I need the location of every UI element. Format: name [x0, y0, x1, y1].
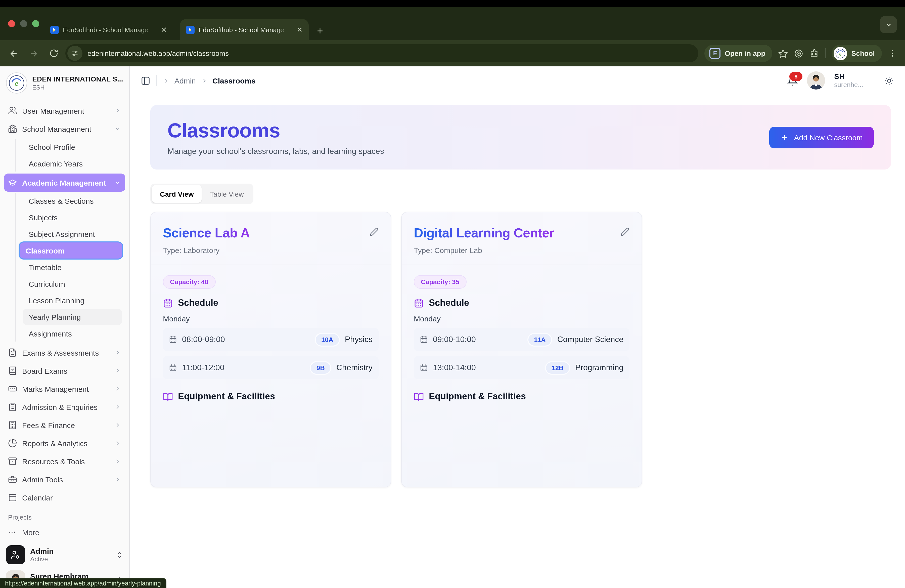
screen: EduSofthub - School Manage ✕ EduSofthub … [0, 0, 905, 588]
edit-pencil-icon[interactable] [621, 227, 629, 237]
status-link-url: https://edeninternational.web.app/admin/… [5, 580, 161, 587]
sidebar-item-resources-tools[interactable]: Resources & Tools [4, 452, 125, 470]
status-link-tooltip: https://edeninternational.web.app/admin/… [0, 578, 167, 588]
tab-close-icon[interactable]: ✕ [161, 25, 167, 34]
svg-text:e: e [839, 51, 841, 57]
chevron-right-icon [114, 404, 121, 410]
calendar-icon [163, 298, 173, 308]
calculator-icon [8, 421, 17, 429]
breadcrumb-admin[interactable]: Admin [175, 76, 196, 85]
sidebar-item-user-management[interactable]: User Management [4, 102, 125, 120]
extensions-puzzle-icon[interactable] [810, 49, 819, 58]
forward-button[interactable] [25, 45, 42, 62]
sidebar-item-board-exams[interactable]: Board Exams [4, 362, 125, 380]
sidebar-item-assignments[interactable]: Assignments [23, 326, 122, 342]
sidebar-item-subject-assignment[interactable]: Subject Assignment [23, 226, 122, 242]
sidebar-item-calendar[interactable]: Calendar [4, 488, 125, 507]
sidebar-toggle-icon[interactable] [141, 76, 150, 85]
sidebar-item-yearly-planning[interactable]: Yearly Planning [23, 309, 122, 325]
page-title: Classrooms [167, 119, 384, 141]
chevron-right-icon [201, 77, 207, 84]
main-area: Admin Classrooms 8 SH surenhe... [130, 67, 905, 588]
sidebar-item-exams-assessments[interactable]: Exams & Assessments [4, 343, 125, 362]
edit-pencil-icon[interactable] [370, 227, 379, 237]
sidebar-item-academic-management[interactable]: Academic Management [4, 173, 125, 192]
tab-search-button[interactable] [880, 16, 897, 33]
address-bar[interactable]: edeninternational.web.app/admin/classroo… [65, 44, 699, 62]
school-header[interactable]: e EDEN INTERNATIONAL S... ESH [0, 67, 129, 99]
bookmark-star-icon[interactable] [778, 49, 788, 58]
slot-time: 08:00-09:00 [182, 335, 315, 344]
window-minimize-button[interactable] [20, 20, 27, 27]
schedule-day: Monday [414, 315, 629, 323]
window-zoom-button[interactable] [32, 20, 39, 27]
reload-button[interactable] [45, 45, 62, 62]
sidebar-item-admission-enquiries[interactable]: Admission & Enquiries [4, 398, 125, 416]
sidebar-item-school-profile[interactable]: School Profile [23, 139, 122, 155]
school-short-name: ESH [32, 84, 123, 91]
sidebar-menu: User Management School Management School… [0, 99, 129, 540]
tab-title: EduSofthub - School Manage [63, 26, 157, 33]
sidebar-item-classroom-active[interactable]: Classroom [20, 242, 122, 259]
window-close-button[interactable] [8, 20, 15, 27]
notification-badge: 8 [789, 72, 802, 81]
classroom-card-digital-learning-center: Digital Learning Center Type: Computer L… [401, 212, 642, 488]
sidebar-item-admin-tools[interactable]: Admin Tools [4, 470, 125, 488]
tab-card-view[interactable]: Card View [152, 185, 202, 203]
browser-tab-bar: EduSofthub - School Manage ✕ EduSofthub … [0, 7, 905, 40]
slot-subject: Computer Science [557, 335, 624, 344]
browser-tab-1[interactable]: EduSofthub - School Manage ✕ [44, 19, 173, 40]
slot-time: 09:00-10:00 [433, 335, 527, 344]
page-subtitle: Manage your school's classrooms, labs, a… [167, 147, 384, 156]
sidebar-item-classes-sections[interactable]: Classes & Sections [23, 193, 122, 209]
browser-menu-kebab-icon[interactable] [888, 49, 897, 58]
projects-label: Projects [0, 507, 129, 524]
sidebar-item-timetable[interactable]: Timetable [23, 259, 122, 275]
chevron-right-icon [114, 476, 121, 483]
browser-profile-chip[interactable]: e School [832, 45, 882, 62]
school-management-submenu: School Profile Academic Years [15, 139, 129, 172]
open-in-app-button[interactable]: E Open in app [705, 45, 773, 62]
role-switcher[interactable]: Admin Active [0, 540, 129, 569]
chevron-right-icon [114, 458, 121, 465]
edusofthub-favicon [186, 25, 195, 34]
sidebar-item-more[interactable]: More [0, 524, 129, 540]
browser-tab-2-active[interactable]: EduSofthub - School Manage ✕ [180, 19, 309, 40]
browser-toolbar: edeninternational.web.app/admin/classroo… [0, 40, 905, 67]
notifications-bell-icon[interactable]: 8 [788, 75, 798, 86]
sidebar-item-reports-analytics[interactable]: Reports & Analytics [4, 434, 125, 452]
slot-subject: Programming [575, 363, 624, 372]
chevron-down-icon [114, 179, 121, 186]
tab-close-icon[interactable]: ✕ [297, 25, 303, 34]
sidebar-item-school-management[interactable]: School Management [4, 120, 125, 138]
sidebar-item-subjects[interactable]: Subjects [23, 209, 122, 225]
tab-table-view[interactable]: Table View [202, 185, 252, 203]
site-settings-icon[interactable] [67, 46, 83, 61]
classroom-type: Type: Laboratory [163, 246, 379, 254]
page-hero: Classrooms Manage your school's classroo… [150, 105, 891, 170]
role-name: Admin [30, 547, 111, 555]
back-button[interactable] [5, 45, 22, 62]
sidebar-item-lesson-planning[interactable]: Lesson Planning [23, 292, 122, 308]
sidebar-item-academic-years[interactable]: Academic Years [23, 156, 122, 172]
slot-time: 11:00-12:00 [182, 363, 310, 372]
macos-menubar [0, 0, 905, 7]
header-avatar[interactable] [807, 72, 825, 89]
new-tab-button[interactable] [316, 27, 324, 35]
schedule-slot: 08:00-09:00 10A Physics [163, 328, 379, 351]
sidebar-item-marks-management[interactable]: Marks Management [4, 380, 125, 398]
sidebar-item-curriculum[interactable]: Curriculum [23, 276, 122, 292]
schedule-slot: 09:00-10:00 11A Computer Science [414, 328, 629, 351]
slot-subject: Physics [345, 335, 373, 344]
class-badge: 10A [315, 333, 340, 346]
theme-toggle-sun-icon[interactable] [884, 76, 894, 85]
class-badge: 11A [527, 333, 552, 346]
sidebar-item-fees-finance[interactable]: Fees & Finance [4, 416, 125, 434]
recorder-extension-icon[interactable] [794, 49, 804, 58]
add-new-classroom-button[interactable]: Add New Classroom [770, 127, 874, 148]
classroom-cards: Science Lab A Type: Laboratory Capacity:… [150, 212, 891, 488]
classroom-name: Science Lab A [163, 225, 250, 241]
app-e-icon: E [710, 48, 721, 59]
page-content: Classrooms Manage your school's classroo… [130, 95, 905, 588]
chevron-right-icon [114, 349, 121, 356]
